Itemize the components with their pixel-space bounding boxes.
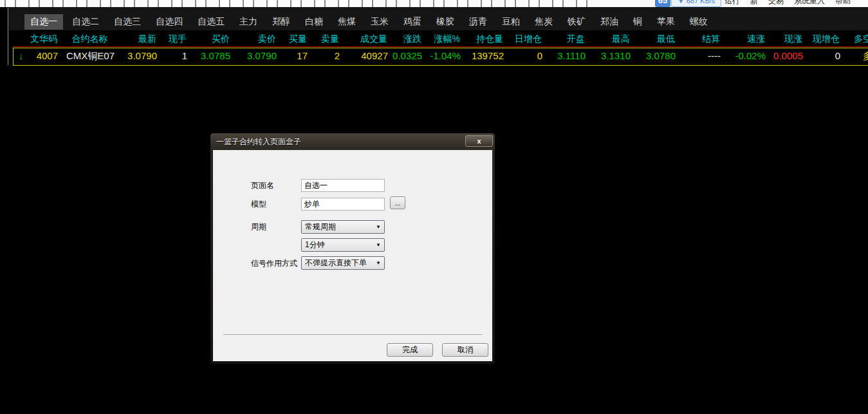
page-name-label: 页面名 xyxy=(251,179,274,192)
tab-favorites-3[interactable]: 自选三 xyxy=(108,14,147,30)
dialog-titlebar[interactable]: 一篮子合约转入页面盒子 x xyxy=(210,133,495,150)
cell-lot: 1 xyxy=(160,48,190,65)
tab-copper[interactable]: 铜 xyxy=(627,14,648,30)
app-logo-icon: 65 xyxy=(655,0,670,7)
menu-item-trade[interactable]: 交易 xyxy=(768,0,784,5)
tab-favorites-4[interactable]: 自选四 xyxy=(150,14,189,30)
column-header-bid[interactable]: 买价 xyxy=(190,31,233,46)
column-header-speed[interactable]: 速涨 xyxy=(723,31,768,46)
cell-long-short: 多 xyxy=(844,48,868,65)
close-icon[interactable]: x xyxy=(465,135,493,147)
cell-last: 3.0790 xyxy=(123,48,160,65)
column-header-tick-change[interactable]: 现涨 xyxy=(768,31,806,46)
period-interval-select[interactable]: 1分钟 ▼ xyxy=(301,238,385,252)
cell-speed: -0.02% xyxy=(724,48,769,65)
column-header-volume[interactable]: 成交量 xyxy=(342,31,391,46)
dialog-separator xyxy=(223,334,482,335)
cell-open-interest: 139752 xyxy=(464,48,507,65)
panel-left-border xyxy=(8,8,8,65)
cell-tick-change: 0.0005 xyxy=(769,48,806,65)
dialog-body: 页面名 模型 ... 周期 常规周期 ▼ 1分钟 ▼ 信号作用方式 不弹提示直接… xyxy=(213,150,492,361)
header-separator-line xyxy=(13,46,868,47)
period-interval-value: 1分钟 xyxy=(305,239,325,251)
basket-transfer-dialog: 一篮子合约转入页面盒子 x 页面名 模型 ... 周期 常规周期 ▼ 1分钟 ▼… xyxy=(210,133,495,364)
column-header-low[interactable]: 最低 xyxy=(633,31,678,46)
cell-bid: 3.0785 xyxy=(190,48,234,65)
column-header-contract[interactable]: 合约名称 xyxy=(60,31,122,46)
column-header-code[interactable]: 文华码 xyxy=(30,31,60,46)
column-header-oi-change[interactable]: 日增仓 xyxy=(506,31,545,46)
chevron-down-icon: ▼ xyxy=(376,260,381,266)
tab-rubber[interactable]: 橡胶 xyxy=(430,14,460,30)
column-header-lot[interactable]: 现手 xyxy=(160,31,190,46)
cell-settle: ---- xyxy=(679,48,724,65)
signal-mode-label: 信号作用方式 xyxy=(251,257,297,270)
column-header xyxy=(13,31,30,46)
column-header-ask[interactable]: 卖价 xyxy=(233,31,279,46)
menu-item-new[interactable]: 新 xyxy=(750,0,758,5)
column-header-change[interactable]: 涨跌 xyxy=(391,31,425,46)
page-name-input[interactable] xyxy=(301,179,385,192)
tab-methanol[interactable]: 郑醇 xyxy=(266,14,296,30)
chevron-down-icon: ▼ xyxy=(376,224,381,230)
column-header-open[interactable]: 开盘 xyxy=(545,31,588,46)
cell-tick-oi: 0 xyxy=(806,48,844,65)
tab-iron-ore[interactable]: 铁矿 xyxy=(562,14,591,30)
tab-coking-coal[interactable]: 焦煤 xyxy=(332,14,362,30)
tab-soymeal[interactable]: 豆粕 xyxy=(496,14,526,30)
network-speed-badge[interactable]: ▼ 687 KB/s xyxy=(671,0,721,7)
tab-favorites-1[interactable]: 自选一 xyxy=(24,14,63,30)
cell-oi-change: 0 xyxy=(507,48,546,65)
dialog-title: 一篮子合约转入页面盒子 xyxy=(216,133,301,150)
cell-volume: 40927 xyxy=(343,48,391,65)
browse-button[interactable]: ... xyxy=(390,196,405,209)
menu-item-relogin[interactable]: 系统重入 xyxy=(794,0,825,5)
cell-askvol: 2 xyxy=(311,48,343,65)
model-label: 模型 xyxy=(251,198,266,211)
column-header-askvol[interactable]: 卖量 xyxy=(310,31,342,46)
cell-open: 3.1110 xyxy=(546,48,589,65)
down-arrow-icon: ↓ xyxy=(14,48,30,65)
cell-change-pct: -1.04% xyxy=(425,48,464,65)
period-label: 周期 xyxy=(251,220,266,233)
tab-egg[interactable]: 鸡蛋 xyxy=(398,14,427,30)
toolbar-icons-strip[interactable] xyxy=(0,0,598,7)
watchlist-row[interactable]: ↓ 4007 CMX铜E07 3.0790 1 3.0785 3.0790 17… xyxy=(13,48,868,66)
cell-code: 4007 xyxy=(30,48,61,65)
period-type-select[interactable]: 常规周期 ▼ xyxy=(301,220,385,234)
period-type-value: 常规周期 xyxy=(305,221,336,233)
top-toolbar: 65 ▼ 687 KB/s 运行新交易系统重入帮助 xyxy=(0,0,868,7)
signal-mode-value: 不弹提示直接下单 xyxy=(305,257,367,269)
column-header-high[interactable]: 最高 xyxy=(588,31,633,46)
cell-contract: CMX铜E07 xyxy=(61,48,123,65)
tab-favorites-2[interactable]: 自选二 xyxy=(66,14,105,30)
tab-favorites-5[interactable]: 自选五 xyxy=(192,14,230,30)
tab-strip: 自选一 自选二 自选三 自选四 自选五 主力 郑醇 白糖 焦煤 玉米 鸡蛋 橡胶… xyxy=(24,14,717,30)
tab-apple[interactable]: 苹果 xyxy=(651,14,681,30)
column-header-settle[interactable]: 结算 xyxy=(678,31,723,46)
tab-rapeseed-oil[interactable]: 郑油 xyxy=(595,14,624,30)
tab-rebar[interactable]: 螺纹 xyxy=(684,14,714,30)
tab-corn[interactable]: 玉米 xyxy=(365,14,394,30)
cancel-button[interactable]: 取消 xyxy=(442,343,488,357)
column-header-change-pct[interactable]: 涨幅% xyxy=(425,31,463,46)
tab-sugar[interactable]: 白糖 xyxy=(299,14,329,30)
column-header-tick-oi[interactable]: 现增仓 xyxy=(806,31,843,46)
finish-button[interactable]: 完成 xyxy=(387,343,433,357)
signal-mode-select[interactable]: 不弹提示直接下单 ▼ xyxy=(301,256,385,270)
column-header-last[interactable]: 最新 xyxy=(122,31,160,46)
model-input[interactable] xyxy=(301,198,385,211)
watchlist-tabbar: 自选一 自选二 自选三 自选四 自选五 主力 郑醇 白糖 焦煤 玉米 鸡蛋 橡胶… xyxy=(9,7,868,30)
column-header-long-short[interactable]: 多空 xyxy=(843,31,868,46)
tab-coke[interactable]: 焦炭 xyxy=(529,14,559,30)
menu-item-run[interactable]: 运行 xyxy=(725,0,740,5)
menu-item-help[interactable]: 帮助 xyxy=(835,0,851,5)
cell-high: 3.1310 xyxy=(589,48,634,65)
cell-low: 3.0780 xyxy=(634,48,679,65)
tab-bitumen[interactable]: 沥青 xyxy=(463,14,493,30)
tab-main-contracts[interactable]: 主力 xyxy=(234,14,263,30)
chevron-down-icon: ▼ xyxy=(376,242,381,248)
column-header-open-interest[interactable]: 持仓量 xyxy=(463,31,506,46)
column-header-bidvol[interactable]: 买量 xyxy=(279,31,310,46)
cell-change: 0.0325 xyxy=(391,48,425,65)
